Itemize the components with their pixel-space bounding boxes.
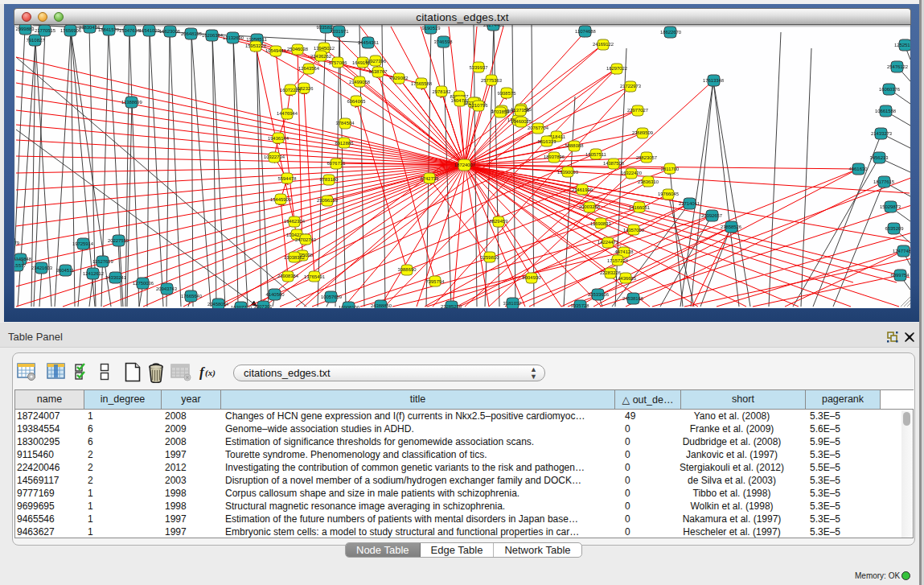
svg-text:(x): (x)	[205, 368, 216, 378]
svg-text:16307710: 16307710	[231, 305, 253, 308]
svg-text:20274461: 20274461	[483, 25, 504, 27]
svg-text:18937896: 18937896	[544, 154, 565, 159]
svg-text:20648195: 20648195	[181, 31, 203, 36]
svg-text:17565588: 17565588	[411, 81, 433, 86]
svg-text:24702740: 24702740	[295, 237, 317, 242]
svg-text:16908100: 16908100	[339, 305, 360, 308]
svg-text:24538166: 24538166	[622, 296, 644, 301]
svg-text:2978182: 2978182	[433, 89, 451, 94]
svg-text:22714041: 22714041	[679, 201, 700, 206]
svg-text:20392657: 20392657	[701, 213, 722, 218]
svg-text:4140560: 4140560	[266, 292, 285, 297]
svg-text:21461909: 21461909	[572, 187, 593, 192]
svg-text:25046038: 25046038	[287, 47, 309, 51]
svg-text:2315577: 2315577	[14, 263, 26, 268]
svg-text:25823057: 25823057	[636, 155, 657, 160]
svg-text:13765491: 13765491	[304, 274, 325, 279]
svg-text:14387508: 14387508	[603, 161, 625, 166]
svg-text:25476122: 25476122	[887, 64, 908, 69]
svg-text:4961630: 4961630	[849, 167, 869, 171]
svg-text:15445909: 15445909	[270, 197, 291, 202]
svg-text:19462304: 19462304	[284, 219, 306, 224]
svg-text:11074688: 11074688	[575, 29, 596, 34]
svg-text:1137358: 1137358	[511, 108, 530, 113]
svg-text:13390093: 13390093	[557, 170, 579, 175]
svg-text:20943743: 20943743	[156, 286, 178, 291]
svg-text:23858526: 23858526	[721, 225, 742, 229]
svg-text:18724007: 18724007	[454, 163, 475, 167]
svg-text:25775363: 25775363	[481, 78, 503, 83]
svg-text:3088690: 3088690	[398, 267, 417, 272]
svg-text:11690833: 11690833	[590, 221, 611, 226]
svg-text:6638767: 6638767	[369, 69, 388, 74]
svg-text:6912885: 6912885	[335, 141, 355, 146]
svg-text:20003258: 20003258	[579, 204, 601, 209]
svg-text:19766045: 19766045	[658, 192, 680, 196]
svg-text:23836310: 23836310	[638, 179, 659, 184]
svg-text:6076731: 6076731	[327, 161, 346, 166]
svg-text:10460025: 10460025	[511, 119, 532, 124]
svg-text:1757086: 1757086	[329, 60, 348, 65]
svg-text:23421603: 23421603	[31, 266, 53, 270]
svg-text:14224473: 14224473	[598, 240, 619, 245]
svg-text:3307301: 3307301	[254, 304, 273, 308]
svg-text:23689509: 23689509	[632, 130, 653, 135]
svg-text:18177615: 18177615	[873, 179, 895, 184]
svg-text:14166051: 14166051	[629, 205, 650, 210]
svg-text:6535209: 6535209	[885, 226, 904, 231]
svg-text:23908384: 23908384	[277, 274, 299, 278]
svg-text:3604511: 3604511	[56, 268, 75, 273]
svg-text:20227559: 20227559	[108, 238, 129, 243]
svg-text:12643564: 12643564	[298, 66, 320, 71]
svg-text:7031971: 7031971	[331, 29, 349, 34]
svg-text:2811700: 2811700	[661, 167, 680, 171]
svg-text:9190519: 9190519	[422, 26, 441, 31]
svg-text:3456213: 3456213	[870, 155, 889, 160]
svg-text:12927396: 12927396	[365, 59, 387, 64]
svg-text:23096153: 23096153	[317, 198, 339, 203]
svg-text:18841570: 18841570	[98, 27, 120, 32]
svg-text:15347616: 15347616	[119, 28, 141, 33]
svg-text:10549441: 10549441	[265, 48, 286, 53]
svg-text:8783180: 8783180	[320, 177, 339, 182]
svg-text:16623006: 16623006	[159, 29, 181, 34]
svg-text:5594478: 5594478	[278, 176, 298, 181]
svg-text:24454361: 24454361	[358, 40, 379, 45]
svg-text:3035728: 3035728	[571, 303, 590, 308]
svg-text:12477488: 12477488	[893, 249, 911, 253]
svg-text:14436625: 14436625	[615, 276, 637, 281]
svg-text:18297022: 18297022	[606, 66, 627, 71]
svg-text:17406879: 17406879	[14, 241, 19, 245]
svg-text:3703859: 3703859	[491, 109, 510, 114]
svg-text:21433273: 21433273	[871, 131, 893, 136]
svg-text:16060376: 16060376	[879, 87, 901, 92]
svg-text:15029873: 15029873	[880, 204, 901, 209]
svg-text:10057659: 10057659	[321, 295, 342, 299]
svg-text:22283226: 22283226	[600, 270, 622, 275]
svg-text:12750036: 12750036	[133, 281, 154, 286]
svg-text:18622670: 18622670	[660, 30, 682, 35]
svg-text:13038362: 13038362	[284, 255, 305, 260]
svg-text:17613348: 17613348	[703, 78, 725, 83]
svg-text:11527619: 11527619	[92, 259, 113, 264]
svg-text:3746598: 3746598	[434, 39, 454, 44]
svg-text:13132690: 13132690	[223, 35, 244, 40]
svg-text:3784504: 3784504	[336, 121, 355, 126]
svg-text:5210796: 5210796	[470, 103, 489, 108]
svg-text:6064065: 6064065	[347, 99, 367, 104]
svg-text:6099754: 6099754	[891, 273, 910, 278]
svg-text:16322420: 16322420	[621, 171, 643, 175]
svg-text:20458054: 20458054	[207, 302, 229, 307]
svg-text:22977027: 22977027	[627, 108, 648, 113]
svg-text:12412612: 12412612	[83, 271, 104, 276]
svg-text:24169122: 24169122	[593, 42, 614, 47]
svg-text:17665640: 17665640	[181, 294, 203, 299]
svg-text:3181037: 3181037	[503, 301, 522, 306]
svg-text:16072228: 16072228	[280, 88, 302, 93]
svg-text:7395794: 7395794	[426, 279, 446, 284]
svg-text:8004930: 8004930	[523, 275, 542, 280]
svg-text:16206344: 16206344	[202, 33, 224, 38]
svg-text:24388850: 24388850	[371, 303, 392, 308]
svg-text:11541029: 11541029	[139, 28, 160, 33]
svg-text:11388699: 11388699	[121, 100, 142, 105]
